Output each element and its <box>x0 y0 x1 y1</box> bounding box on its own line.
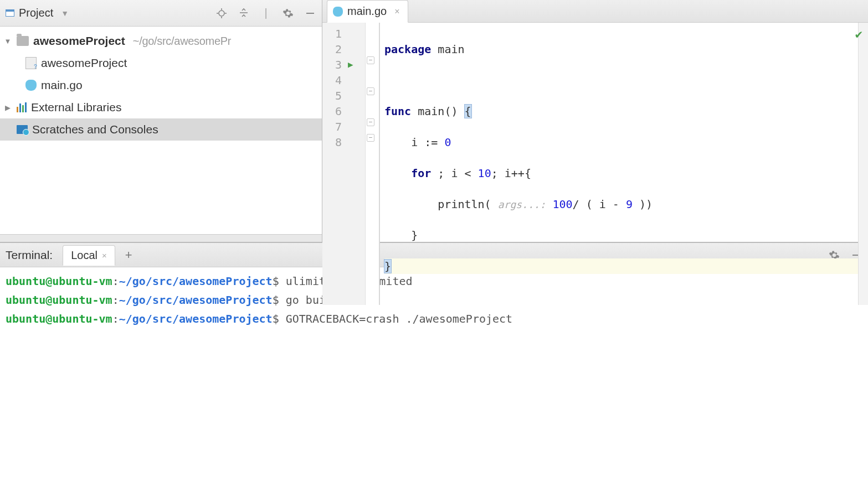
project-title: Project <box>19 7 53 19</box>
tree-root-label: awesomeProject <box>33 34 125 48</box>
terminal-tab-label: Local <box>71 249 97 262</box>
tree-item-label: External Libraries <box>31 101 121 114</box>
go-file-icon <box>25 80 37 91</box>
editor-body[interactable]: 12345678 ▶ − − − − package main func mai… <box>322 23 868 305</box>
folder-icon <box>17 36 29 46</box>
scroll-track[interactable] <box>0 234 322 242</box>
indent-guide <box>379 23 380 305</box>
module-icon <box>25 57 37 69</box>
tree-root-path: ~/go/src/awesomePr <box>133 35 231 48</box>
terminal-title: Terminal: <box>6 249 53 262</box>
expand-arrow-icon[interactable]: ▶ <box>3 103 12 112</box>
scratches-icon <box>17 125 28 134</box>
svg-point-0 <box>219 11 224 16</box>
terminal-line: ubuntu@ubuntu-vm:~/go/src/awesomeProject… <box>6 309 862 328</box>
project-tool-window: Project ▼ | ▼ awesomeProject ~/go/src/aw… <box>0 0 322 242</box>
divider: | <box>260 7 272 19</box>
svg-rect-6 <box>306 13 314 14</box>
minimize-icon[interactable] <box>304 7 316 19</box>
editor-panel: main.go × 12345678 ▶ − − − − package mai… <box>322 0 868 242</box>
editor-tab-label: main.go <box>347 5 387 18</box>
fold-icon[interactable]: − <box>367 56 374 64</box>
fold-column[interactable]: − − − − <box>366 23 379 305</box>
fold-icon[interactable]: − <box>367 118 374 126</box>
locate-icon[interactable] <box>215 7 228 19</box>
tree-scratches[interactable]: ▶ Scratches and Consoles <box>0 118 322 141</box>
inspection-ok-icon[interactable]: ✔ <box>855 27 862 41</box>
editor-scrollbar[interactable] <box>858 23 868 305</box>
close-icon[interactable]: × <box>394 7 399 17</box>
line-gutter[interactable]: 12345678 ▶ <box>322 23 366 305</box>
editor-tab-main-go[interactable]: main.go × <box>327 0 408 23</box>
editor-tabbar: main.go × <box>322 0 868 23</box>
tree-item-label: main.go <box>41 79 83 92</box>
project-icon <box>6 9 14 17</box>
libraries-icon <box>17 102 27 112</box>
go-file-icon <box>333 7 343 17</box>
fold-icon[interactable]: − <box>367 87 374 95</box>
collapse-all-icon[interactable] <box>238 7 250 19</box>
tree-item-module[interactable]: awesomeProject <box>0 52 322 74</box>
chevron-down-icon: ▼ <box>61 9 69 18</box>
gear-icon[interactable] <box>282 7 294 19</box>
tree-item-label: awesomeProject <box>41 56 127 70</box>
expand-arrow-icon[interactable]: ▼ <box>3 37 12 45</box>
terminal-tab-local[interactable]: Local × <box>63 245 115 266</box>
project-selector[interactable]: Project ▼ <box>6 7 69 19</box>
close-icon[interactable]: × <box>102 251 107 260</box>
fold-icon[interactable]: − <box>367 134 374 142</box>
code-text[interactable]: package main func main() { i := 0 for ; … <box>384 23 858 305</box>
tree-item-file[interactable]: main.go <box>0 74 322 96</box>
project-tree: ▼ awesomeProject ~/go/src/awesomePr awes… <box>0 27 322 234</box>
run-gutter-icon[interactable]: ▶ <box>348 57 353 73</box>
tree-external-libs[interactable]: ▶ External Libraries <box>0 96 322 118</box>
add-terminal-button[interactable]: + <box>125 248 132 262</box>
tree-item-label: Scratches and Consoles <box>32 123 158 136</box>
project-header: Project ▼ | <box>0 0 322 27</box>
tree-root[interactable]: ▼ awesomeProject ~/go/src/awesomePr <box>0 30 322 52</box>
